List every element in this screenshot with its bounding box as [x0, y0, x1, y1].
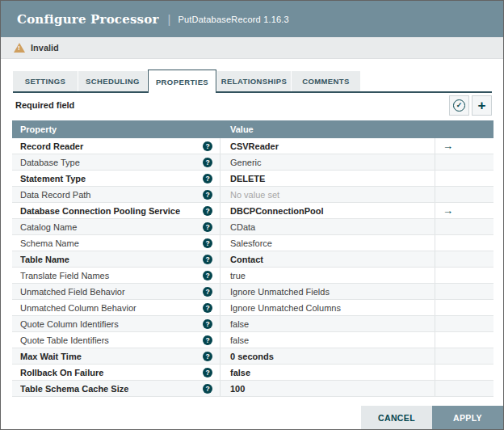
property-name: Translate Field Names [20, 271, 203, 280]
property-cell: Database Connection Pooling Service ? [12, 203, 220, 218]
table-row[interactable]: Max Wait Time ? 0 seconds → [12, 348, 494, 365]
dialog-title: Configure Processor [17, 12, 159, 27]
go-to-service-icon[interactable]: → [443, 141, 453, 151]
tab-scheduling[interactable]: SCHEDULING [78, 71, 147, 91]
go-to-service-icon[interactable]: → [443, 205, 453, 216]
property-cell: Schema Name ? [12, 235, 220, 251]
table-row[interactable]: Unmatched Field Behavior ? Ignore Unmatc… [12, 284, 494, 300]
help-icon[interactable]: ? [203, 303, 212, 313]
tab-properties[interactable]: PROPERTIES [148, 70, 216, 93]
table-row[interactable]: Data Record Path ? No value set → [12, 187, 494, 203]
add-property-icon: + [478, 99, 486, 112]
properties-table: Property Value Record Reader ? CSVReader… [12, 120, 494, 397]
property-name: Unmatched Field Behavior [20, 287, 203, 297]
value-cell[interactable]: Ignore Unmatched Columns [220, 300, 435, 315]
value-cell[interactable]: CSVReader [220, 138, 435, 154]
properties-toolbar: Required field ✓ + [15, 95, 492, 116]
help-icon[interactable]: ? [203, 335, 212, 345]
action-cell: → [435, 138, 494, 154]
table-row[interactable]: Statement Type ? DELETE → [12, 171, 494, 187]
processor-name-version: PutDatabaseRecord 1.16.3 [178, 15, 289, 24]
action-cell: → [435, 154, 494, 170]
value-cell[interactable]: false [220, 365, 435, 380]
help-icon[interactable]: ? [203, 158, 212, 167]
property-cell: Statement Type ? [12, 171, 220, 186]
validation-status-bar: Invalid [1, 37, 503, 59]
property-name: Catalog Name [20, 222, 203, 232]
value-cell[interactable]: true [220, 268, 435, 283]
help-icon[interactable]: ? [203, 368, 212, 377]
table-row[interactable]: Unmatched Column Behavior ? Ignore Unmat… [12, 300, 494, 316]
property-name: Quote Table Identifiers [20, 335, 203, 345]
value-cell[interactable]: Salesforce [220, 235, 435, 251]
help-icon[interactable]: ? [203, 352, 212, 361]
property-cell: Translate Field Names ? [12, 268, 220, 283]
value-cell[interactable]: Generic [220, 154, 435, 170]
value-cell[interactable]: 100 [220, 381, 435, 396]
action-cell: → [435, 171, 494, 186]
property-cell: Unmatched Column Behavior ? [12, 300, 220, 315]
table-row[interactable]: Table Name ? Contact → [12, 251, 494, 268]
property-cell: Database Type ? [12, 154, 220, 170]
action-cell: → [435, 348, 494, 364]
action-cell: → [435, 300, 494, 315]
value-cell[interactable]: Contact [220, 251, 435, 267]
table-row[interactable]: Database Type ? Generic → [12, 154, 494, 171]
column-header-value: Value [220, 124, 435, 134]
table-row[interactable]: Schema Name ? Salesforce → [12, 235, 494, 251]
help-icon[interactable]: ? [203, 206, 212, 216]
tab-settings[interactable]: SETTINGS [13, 71, 78, 91]
verify-properties-button[interactable]: ✓ [449, 95, 469, 116]
cancel-button[interactable]: CANCEL [361, 406, 432, 429]
table-row[interactable]: Database Connection Pooling Service ? DB… [12, 203, 494, 219]
property-name: Database Type [20, 158, 203, 167]
help-icon[interactable]: ? [203, 255, 212, 264]
property-name: Quote Column Identifiers [20, 319, 203, 329]
table-header: Property Value [12, 120, 494, 138]
configure-processor-dialog: Configure Processor | PutDatabaseRecord … [0, 0, 504, 430]
table-row[interactable]: Table Schema Cache Size ? 100 → [12, 381, 494, 397]
add-property-button[interactable]: + [472, 95, 492, 116]
column-header-property: Property [12, 124, 220, 134]
help-icon[interactable]: ? [203, 238, 212, 248]
title-separator: | [168, 12, 171, 26]
help-icon[interactable]: ? [203, 271, 212, 280]
action-cell: → [435, 251, 494, 267]
value-cell[interactable]: false [220, 332, 435, 348]
property-cell: Quote Column Identifiers ? [12, 316, 220, 331]
table-row[interactable]: Quote Column Identifiers ? false → [12, 316, 494, 332]
property-name: Database Connection Pooling Service [20, 206, 203, 216]
help-icon[interactable]: ? [203, 174, 212, 183]
apply-button[interactable]: APPLY [432, 406, 503, 429]
help-icon[interactable]: ? [203, 287, 212, 297]
status-label: Invalid [31, 43, 59, 53]
action-cell: → [435, 316, 494, 331]
help-icon[interactable]: ? [203, 190, 212, 200]
table-row[interactable]: Record Reader ? CSVReader → [12, 138, 494, 154]
action-cell: → [435, 219, 494, 234]
table-row[interactable]: Quote Table Identifiers ? false → [12, 332, 494, 348]
help-icon[interactable]: ? [203, 319, 212, 329]
action-cell: → [435, 284, 494, 299]
help-icon[interactable]: ? [203, 222, 212, 232]
table-row[interactable]: Translate Field Names ? true → [12, 268, 494, 284]
property-cell: Max Wait Time ? [12, 348, 220, 364]
value-cell[interactable]: No value set [220, 187, 435, 202]
tab-comments[interactable]: COMMENTS [292, 71, 360, 91]
property-cell: Table Schema Cache Size ? [12, 381, 220, 396]
action-cell: → [435, 187, 494, 202]
value-cell[interactable]: DBCPConnectionPool [220, 203, 435, 218]
value-cell[interactable]: false [220, 316, 435, 331]
action-cell: → [435, 235, 494, 251]
value-cell[interactable]: DELETE [220, 171, 435, 186]
value-cell[interactable]: 0 seconds [220, 348, 435, 364]
tab-bar: SETTINGSSCHEDULINGPROPERTIESRELATIONSHIP… [13, 70, 492, 93]
tab-relationships[interactable]: RELATIONSHIPS [217, 71, 291, 91]
value-cell[interactable]: CData [220, 219, 435, 234]
action-cell: → [435, 365, 494, 380]
help-icon[interactable]: ? [203, 384, 212, 394]
table-row[interactable]: Rollback On Failure ? false → [12, 365, 494, 381]
value-cell[interactable]: Ignore Unmatched Fields [220, 284, 435, 299]
table-row[interactable]: Catalog Name ? CData → [12, 219, 494, 235]
help-icon[interactable]: ? [203, 141, 212, 151]
